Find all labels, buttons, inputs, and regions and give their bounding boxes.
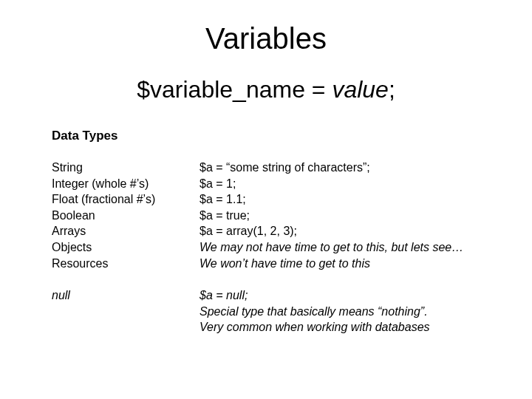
example-float: $a = 1.1;: [200, 191, 480, 208]
columns: String Integer (whole #’s) Float (fracti…: [52, 160, 480, 335]
subheading-data-types: Data Types: [52, 129, 480, 143]
syntax-prefix: $variable_name =: [137, 76, 332, 103]
type-null: null: [52, 287, 200, 304]
example-resources: We won’t have time to get to this: [200, 256, 480, 272]
example-arrays: $a = array(1, 2, 3);: [200, 223, 480, 239]
type-string: String: [52, 160, 200, 176]
example-null-desc2: Very common when working with databases: [200, 319, 480, 335]
example-objects: We may not have time to get to this, but…: [200, 239, 480, 256]
syntax-value: value: [332, 76, 389, 103]
type-boolean: Boolean: [52, 208, 200, 224]
type-integer: Integer (whole #’s): [52, 176, 200, 192]
example-integer: $a = 1;: [200, 176, 480, 192]
type-objects: Objects: [52, 239, 200, 256]
syntax-line: $variable_name = value;: [52, 76, 480, 103]
example-null-assign: $a = null;: [200, 287, 480, 304]
syntax-suffix: ;: [389, 76, 395, 103]
examples-column: $a = “some string of characters”; $a = 1…: [200, 160, 480, 335]
slide-title: Variables: [52, 22, 480, 55]
example-null-desc1: Special type that basically means “nothi…: [200, 304, 480, 320]
type-arrays: Arrays: [52, 223, 200, 239]
types-column: String Integer (whole #’s) Float (fracti…: [52, 160, 200, 335]
example-boolean: $a = true;: [200, 208, 480, 224]
example-string: $a = “some string of characters”;: [200, 160, 480, 176]
slide: Variables $variable_name = value; Data T…: [0, 0, 532, 399]
type-float: Float (fractional #’s): [52, 191, 200, 208]
type-resources: Resources: [52, 256, 200, 272]
